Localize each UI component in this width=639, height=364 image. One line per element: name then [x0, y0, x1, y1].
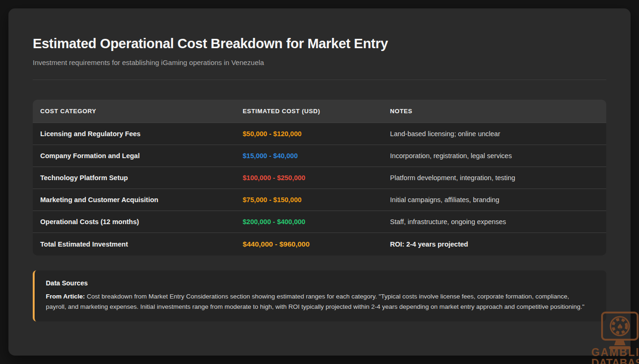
from-article-text: Cost breakdown from Market Entry Conside… [46, 293, 584, 310]
data-sources-heading: Data Sources [46, 279, 595, 287]
content-card: Estimated Operational Cost Breakdown for… [8, 8, 631, 356]
column-header-estimated-cost: ESTIMATED COST (USD) [235, 100, 383, 123]
total-category-cell: Total Estimated Investment [33, 233, 235, 255]
category-cell: Company Formation and Legal [33, 145, 235, 167]
total-cost-cell: $440,000 - $960,000 [235, 233, 383, 255]
cost-breakdown-table: COST CATEGORY ESTIMATED COST (USD) NOTES… [33, 100, 606, 255]
category-cell: Technology Platform Setup [33, 167, 235, 189]
notes-cell: Incorporation, registration, legal servi… [383, 145, 606, 167]
data-sources-panel: Data Sources From Article:Cost breakdown… [33, 270, 606, 321]
header-divider [33, 80, 606, 80]
column-header-cost-category: COST CATEGORY [33, 100, 235, 123]
table-row: Company Formation and Legal $15,000 - $4… [33, 145, 606, 167]
cost-cell: $15,000 - $40,000 [235, 145, 383, 167]
cost-cell: $200,000 - $400,000 [235, 211, 383, 233]
table-row: Licensing and Regulatory Fees $50,000 - … [33, 123, 606, 145]
category-cell: Marketing and Customer Acquisition [33, 189, 235, 211]
total-notes-cell: ROI: 2-4 years projected [383, 233, 606, 255]
notes-cell: Platform development, integration, testi… [383, 167, 606, 189]
from-article-label: From Article: [46, 293, 85, 300]
cost-cell: $75,000 - $150,000 [235, 189, 383, 211]
data-sources-paragraph: From Article:Cost breakdown from Market … [46, 291, 588, 312]
page-subtitle: Investment requirements for establishing… [33, 58, 606, 66]
watermark-line2: DATABASES [591, 357, 639, 364]
table-row: Marketing and Customer Acquisition $75,0… [33, 189, 606, 211]
table-row: Technology Platform Setup $100,000 - $25… [33, 167, 606, 189]
column-header-notes: NOTES [383, 100, 606, 123]
category-cell: Licensing and Regulatory Fees [33, 123, 235, 145]
category-cell: Operational Costs (12 months) [33, 211, 235, 233]
table-header-row: COST CATEGORY ESTIMATED COST (USD) NOTES [33, 100, 606, 123]
notes-cell: Initial campaigns, affiliates, branding [383, 189, 606, 211]
notes-cell: Land-based licensing; online unclear [383, 123, 606, 145]
cost-cell: $50,000 - $120,000 [235, 123, 383, 145]
table-row: Operational Costs (12 months) $200,000 -… [33, 211, 606, 233]
cost-cell: $100,000 - $250,000 [235, 167, 383, 189]
page-title: Estimated Operational Cost Breakdown for… [33, 36, 606, 52]
notes-cell: Staff, infrastructure, ongoing expenses [383, 211, 606, 233]
table-total-row: Total Estimated Investment $440,000 - $9… [33, 233, 606, 255]
